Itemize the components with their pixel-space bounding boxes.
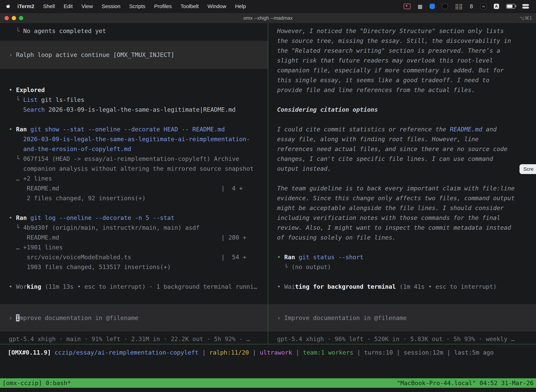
blank-line [268, 95, 536, 105]
control-center-icon[interactable] [522, 4, 529, 9]
text-segment: evidence. Since this change only affects… [277, 195, 515, 202]
text-segment: 2026-03-09-is-legal-the-same-as-legitima… [9, 135, 250, 143]
terminal-line: • Working (11m 13s • esc to interrupt) ·… [0, 282, 268, 292]
text-segment: (1m 41s • esc to interrupt) [396, 283, 497, 290]
text-segment: git status --short [299, 254, 363, 261]
terminal-line: └ No agents completed yet [0, 26, 268, 36]
tmux-status-bar: [omx-cczip] 0:bash* "MacBook-Pro-44.loca… [0, 378, 536, 388]
text-segment: 2 files changed, 92 insertions(+) [9, 195, 146, 202]
terminal-line: However, I noticed the "Directory Struct… [268, 26, 536, 36]
text-segment: I could cite commit statistics or refere… [277, 126, 450, 133]
menu-profiles[interactable]: Profiles [150, 3, 176, 9]
text-segment: • [277, 283, 284, 290]
text-segment: Wor [16, 283, 27, 290]
text-segment: README.md | 4 + [9, 185, 243, 192]
terminal-line: … +1901 lines [0, 242, 268, 252]
input-source-icon[interactable]: A [494, 4, 499, 9]
terminal-line: review. Also, I might want to inspect th… [268, 223, 536, 233]
omx-status-bar: [OMX#0.11.9] cczip/essay/ai-reimplementa… [0, 349, 494, 359]
tmux-host-clock: "MacBook-Pro-44.local" 04:52 31-Mar-26 [397, 378, 534, 388]
key-app-icon[interactable]: 8 [470, 3, 473, 9]
left-prompt-input[interactable]: › Improve documentation in @filename [0, 304, 268, 331]
blank-line [0, 203, 268, 213]
battery-icon[interactable] [506, 4, 515, 9]
blank-line [268, 115, 536, 124]
menu-help[interactable]: Help [231, 3, 250, 9]
blank-line [0, 115, 268, 124]
text-segment: No agents completed yet [23, 27, 106, 34]
left-prompt-line[interactable]: › Improve documentation in @filename [0, 313, 268, 323]
zoom-button[interactable] [19, 16, 23, 20]
menu-window[interactable]: Window [203, 3, 231, 9]
text-segment: companion file, especially if more comme… [277, 67, 504, 74]
text-segment: | [249, 349, 260, 356]
blue-app-icon[interactable] [430, 4, 435, 9]
screen-share-popover[interactable]: Scre [519, 164, 536, 174]
apple-menu-icon[interactable] [6, 3, 10, 9]
text-segment: the "Related research writing" section i… [277, 47, 500, 54]
terminal-line: slight risk that future readers may over… [268, 56, 536, 65]
text-segment: List [23, 96, 38, 103]
text-segment: | [443, 349, 454, 356]
text-segment: turns:10 [364, 349, 393, 356]
window-controls [0, 16, 23, 20]
text-segment: Improve documentation in @filename [284, 314, 407, 321]
window-title: omx --xhigh --madmax [0, 15, 536, 21]
right-terminal-pane[interactable]: However, I noticed the "Directory Struct… [268, 23, 536, 344]
menu-scripts[interactable]: Scripts [125, 3, 150, 9]
text-segment: … +1901 lines [9, 244, 63, 251]
close-button[interactable] [5, 16, 9, 20]
text-segment: … +2 lines [9, 175, 52, 182]
terminal-line: The team guideline is to back every impo… [268, 183, 536, 193]
text-segment: 2026-03-09-is-legal-the-same-as-legitima… [45, 106, 236, 113]
terminal-line: including verification notes with those … [268, 213, 536, 223]
left-terminal-pane[interactable]: └ No agents completed yet› Ralph loop ac… [0, 23, 268, 344]
ralph-loop-banner: › Ralph loop active continue [OMX_TMUX_I… [0, 41, 268, 69]
menu-bar-status-items: ▦ ⣿⣿ 8 .61 A [404, 3, 531, 10]
text-segment: this single essay, it seems like a good … [277, 77, 490, 84]
terminal-line: might be acceptable alongside the file l… [268, 203, 536, 213]
blank-line [268, 242, 536, 252]
text-segment: • [9, 126, 16, 133]
text-segment: › [9, 51, 16, 58]
text-segment: Search [23, 106, 45, 113]
dark-app-icon[interactable] [442, 3, 448, 9]
window-shortcut-badge: ⌥⌘1 [519, 15, 536, 21]
menu-toolbelt[interactable]: Toolbelt [176, 3, 203, 9]
text-segment [51, 349, 54, 356]
text-segment: | [292, 349, 303, 356]
battery-percent-badge-icon[interactable]: .61 [480, 3, 487, 10]
text-segment: › [277, 314, 284, 321]
text-segment: Ran [284, 254, 295, 261]
screen-recording-icon[interactable] [404, 4, 411, 9]
terminal-line: Considering citation options [268, 105, 536, 115]
tmux-window-item[interactable]: [omx-cczip] 0:bash* [2, 378, 71, 388]
menu-edit[interactable]: Edit [59, 3, 77, 9]
right-pane-output: However, I noticed the "Directory Struct… [268, 26, 536, 292]
left-model-status-line: gpt-5.4 xhigh · main · 91% left · 2.31M … [0, 334, 268, 344]
window-title-bar: omx --xhigh --madmax ⌥⌘1 [0, 13, 536, 23]
text-segment: src/voice/voiceModeEnabled.ts | 54 + [9, 254, 246, 261]
menu-shell[interactable]: Shell [39, 3, 59, 9]
text-segment: | [199, 349, 209, 356]
menu-iterm2[interactable]: iTerm2 [13, 3, 39, 9]
text-segment: git show --stat --oneline --decorate HEA… [30, 126, 225, 133]
text-segment: Considering citation options [277, 106, 378, 113]
macos-menu-bar: iTerm2ShellEditViewSessionScriptsProfile… [0, 0, 536, 13]
terminal-line: of focusing solely on file lines. [268, 233, 536, 242]
blank-line [0, 272, 268, 282]
grid-app-icon[interactable]: ▦ [418, 3, 423, 9]
terminal-line: • Ran git status --short [268, 252, 536, 262]
text-segment: README.md [450, 126, 482, 133]
menu-view[interactable]: View [77, 3, 97, 9]
text-segment: of focusing solely on file lines. [277, 234, 396, 241]
terminal-line: Search 2026-03-09-is-legal-the-same-as-l… [0, 105, 268, 115]
text-segment: [OMX#0.11.9] [8, 349, 51, 356]
text-segment: The team guideline is to back every impo… [277, 185, 515, 192]
minimize-button[interactable] [12, 16, 16, 20]
right-prompt-input[interactable]: › Improve documentation in @filename [268, 304, 536, 331]
right-prompt-line[interactable]: › Improve documentation in @filename [268, 313, 536, 323]
text-segment: └ [9, 224, 23, 231]
menu-session[interactable]: Session [97, 3, 125, 9]
dots-grid-icon[interactable]: ⣿⣿ [455, 3, 463, 9]
